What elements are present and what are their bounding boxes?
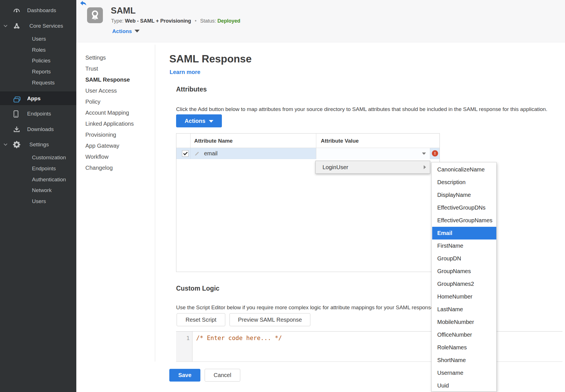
submenu-option-displayname[interactable]: DisplayName — [432, 189, 496, 201]
edit-pencil-icon[interactable] — [194, 151, 200, 156]
submenu-option-effectivegroupnames[interactable]: EffectiveGroupNames — [432, 214, 496, 227]
type-label: Type: — [111, 18, 124, 24]
submenu-option-canonicalizename[interactable]: CanonicalizeName — [432, 163, 496, 176]
sidebar-item-authentication[interactable]: Authentication — [0, 174, 76, 185]
sidebar-item-core-services[interactable]: Core Services — [0, 21, 76, 31]
attributes-actions-button[interactable]: Actions — [176, 114, 222, 127]
editor-code: /* Enter code here... */ — [196, 335, 282, 341]
sidebar-item-users[interactable]: Users — [0, 34, 76, 44]
subnav-item-linked-applications[interactable]: Linked Applications — [85, 118, 153, 129]
app-logo-icon — [87, 7, 103, 23]
chevron-down-icon — [135, 30, 140, 32]
status-badge: Deployed — [217, 18, 240, 24]
sidebar-item-apps[interactable]: Apps — [0, 92, 76, 105]
gauge-icon — [13, 7, 20, 14]
submenu-option-homenumber[interactable]: HomeNumber — [432, 290, 496, 303]
subnav-item-settings[interactable]: Settings — [85, 52, 153, 63]
subnav-divider — [155, 45, 155, 361]
submenu-option-email[interactable]: Email — [432, 227, 496, 239]
app-meta: Type: Web - SAML + Provisioning • Status… — [111, 18, 240, 24]
submenu-option-groupnames2[interactable]: GroupNames2 — [432, 278, 496, 290]
subnav-item-policy[interactable]: Policy — [85, 96, 153, 107]
subnav-item-workflow[interactable]: Workflow — [85, 151, 153, 162]
value-menu-loginuser[interactable]: LoginUser — [315, 161, 430, 174]
submenu-option-uuid[interactable]: Uuid — [432, 379, 496, 392]
sidebar-item-label: Apps — [27, 92, 41, 105]
sidebar-item-label: Policies — [32, 55, 50, 66]
submenu-option-mobilenumber[interactable]: MobileNumber — [432, 316, 496, 328]
attributes-description: Click the Add button below to map attrib… — [176, 106, 547, 112]
submenu-option-lastname[interactable]: LastName — [432, 303, 496, 316]
sidebar-item-reports[interactable]: Reports — [0, 66, 76, 77]
submenu-option-description[interactable]: Description — [432, 176, 496, 189]
sidebar-item-requests[interactable]: Requests — [0, 77, 76, 88]
submenu-option-officenumber[interactable]: OfficeNumber — [432, 328, 496, 341]
sidebar: DashboardsCore ServicesUsersRolesPolicie… — [0, 0, 76, 392]
submenu-option-rolenames[interactable]: RoleNames — [432, 341, 496, 354]
submenu-option-groupdn[interactable]: GroupDN — [432, 252, 496, 265]
value-menu-label: LoginUser — [322, 161, 348, 173]
subnav-item-trust[interactable]: Trust — [85, 63, 153, 74]
learn-more-link[interactable]: Learn more — [170, 69, 200, 75]
sidebar-item-label: Settings — [29, 139, 49, 150]
header-actions-menu[interactable]: Actions — [112, 28, 140, 34]
script-editor[interactable]: 1 /* Enter code here... */ — [176, 331, 562, 362]
sidebar-item-label: Core Services — [29, 21, 63, 31]
sidebar-item-label: Roles — [32, 45, 46, 55]
submenu-option-groupnames[interactable]: GroupNames — [432, 265, 496, 278]
subnav-item-changelog[interactable]: Changelog — [85, 162, 153, 173]
sidebar-item-dashboards[interactable]: Dashboards — [0, 5, 76, 16]
table-row[interactable]: email ! — [176, 148, 440, 159]
editor-gutter: 1 — [176, 332, 192, 361]
editor-line-number: 1 — [186, 335, 190, 341]
attribute-value-dropdown[interactable] — [316, 148, 430, 159]
chevron-down-icon[interactable] — [4, 23, 7, 27]
sidebar-item-label: Dashboards — [27, 5, 56, 16]
sidebar-item-settings-users[interactable]: Users — [0, 196, 76, 207]
submenu-option-firstname[interactable]: FirstName — [432, 239, 496, 252]
cancel-button[interactable]: Cancel — [205, 369, 240, 382]
app-title: SAML — [111, 6, 136, 16]
sidebar-item-endpoints[interactable]: Endpoints — [0, 108, 76, 119]
sidebar-item-downloads[interactable]: Downloads — [0, 124, 76, 135]
sidebar-item-policies[interactable]: Policies — [0, 55, 76, 66]
header-actions-label: Actions — [112, 28, 132, 34]
submenu-option-shortname[interactable]: ShortName — [432, 354, 496, 367]
preview-saml-response-button[interactable]: Preview SAML Response — [230, 313, 310, 326]
sidebar-item-roles[interactable]: Roles — [0, 45, 76, 55]
sidebar-item-label: Downloads — [27, 124, 54, 135]
download-icon — [13, 126, 20, 133]
submenu-option-effectivegroupdns[interactable]: EffectiveGroupDNs — [432, 201, 496, 214]
sidebar-item-network[interactable]: Network — [0, 185, 76, 196]
save-button[interactable]: Save — [169, 369, 200, 382]
error-icon: ! — [432, 150, 438, 156]
chevron-down-icon[interactable] — [4, 142, 7, 146]
subnav-item-user-access[interactable]: User Access — [85, 85, 153, 96]
row-checkbox[interactable] — [182, 150, 189, 157]
subnav-item-app-gateway[interactable]: App Gateway — [85, 140, 153, 151]
sidebar-item-settings-endpoints[interactable]: Endpoints — [0, 163, 76, 174]
submenu-option-username[interactable]: Username — [432, 367, 496, 379]
chevron-down-icon — [422, 153, 426, 155]
chevron-down-icon — [209, 120, 213, 123]
gear-icon — [13, 141, 20, 148]
subnav-item-provisioning[interactable]: Provisioning — [85, 129, 153, 140]
sidebar-item-customization[interactable]: Customization — [0, 152, 76, 163]
attribute-name-cell: email — [204, 148, 218, 159]
app-header: SAML Type: Web - SAML + Provisioning • S… — [76, 0, 565, 42]
apps-icon — [13, 95, 20, 102]
reset-script-button[interactable]: Reset Script — [177, 313, 225, 326]
back-arrow-icon[interactable] — [80, 1, 87, 6]
subnav-item-saml-response[interactable]: SAML Response — [85, 74, 153, 85]
column-header-attribute-value: Attribute Value — [316, 134, 359, 148]
sidebar-item-label: Network — [32, 185, 52, 196]
status-label: Status: — [200, 18, 216, 24]
attributes-heading: Attributes — [176, 86, 207, 93]
meta-separator: • — [195, 18, 196, 24]
network-icon — [13, 22, 20, 30]
sidebar-item-label: Requests — [32, 77, 55, 88]
subnav-item-account-mapping[interactable]: Account Mapping — [85, 107, 153, 118]
attributes-table: Attribute Name Attribute Value email ! — [176, 133, 440, 272]
page-title: SAML Response — [169, 53, 252, 65]
sidebar-item-settings[interactable]: Settings — [0, 139, 76, 150]
